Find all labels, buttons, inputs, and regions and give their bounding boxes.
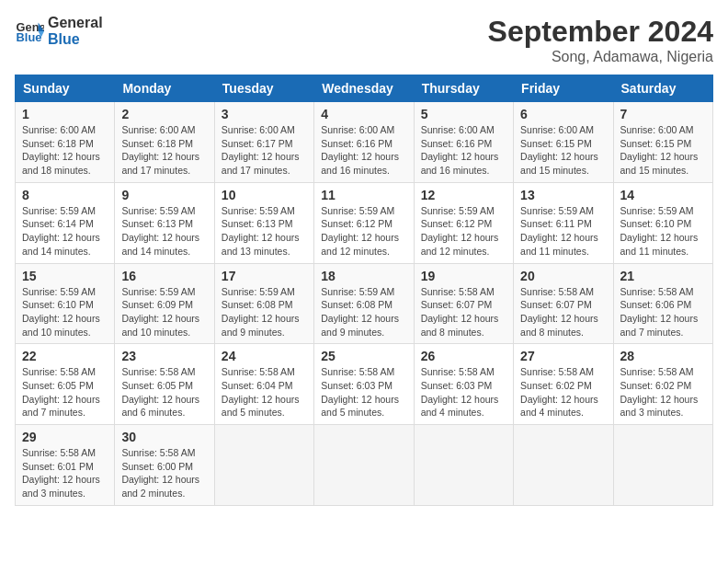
day-number: 14	[620, 188, 706, 202]
day-number: 10	[222, 188, 307, 202]
calendar-week-row: 8 Sunrise: 5:59 AM Sunset: 6:14 PM Dayli…	[16, 182, 713, 263]
day-info: Sunrise: 5:59 AM Sunset: 6:13 PM Dayligh…	[222, 204, 307, 259]
day-number: 24	[222, 349, 307, 363]
day-number: 18	[321, 269, 406, 283]
logo-general: General	[48, 15, 103, 31]
day-info: Sunrise: 5:59 AM Sunset: 6:12 PM Dayligh…	[421, 204, 506, 259]
day-info: Sunrise: 5:58 AM Sunset: 6:00 PM Dayligh…	[121, 446, 207, 500]
calendar-cell: 30 Sunrise: 5:58 AM Sunset: 6:00 PM Dayl…	[115, 425, 214, 506]
calendar-cell: 16 Sunrise: 5:59 AM Sunset: 6:09 PM Dayl…	[115, 263, 214, 344]
calendar-table: SundayMondayTuesdayWednesdayThursdayFrid…	[15, 75, 713, 506]
day-number: 23	[121, 349, 207, 363]
calendar-cell: 12 Sunrise: 5:59 AM Sunset: 6:12 PM Dayl…	[414, 182, 513, 263]
day-info: Sunrise: 6:00 AM Sunset: 6:16 PM Dayligh…	[321, 123, 406, 178]
day-info: Sunrise: 5:58 AM Sunset: 6:05 PM Dayligh…	[121, 365, 207, 419]
calendar-cell: 15 Sunrise: 5:59 AM Sunset: 6:10 PM Dayl…	[16, 263, 115, 344]
day-number: 12	[421, 188, 506, 202]
day-info: Sunrise: 5:59 AM Sunset: 6:08 PM Dayligh…	[222, 285, 307, 339]
calendar-cell	[314, 425, 414, 506]
day-number: 3	[222, 107, 307, 121]
day-number: 29	[22, 430, 108, 444]
day-number: 20	[520, 269, 606, 283]
day-number: 5	[421, 107, 506, 121]
calendar-cell: 21 Sunrise: 5:58 AM Sunset: 6:06 PM Dayl…	[613, 263, 712, 344]
day-info: Sunrise: 5:59 AM Sunset: 6:12 PM Dayligh…	[321, 204, 406, 259]
day-number: 13	[520, 188, 606, 202]
day-number: 11	[321, 188, 406, 202]
svg-text:Blue: Blue	[17, 30, 42, 44]
day-info: Sunrise: 5:58 AM Sunset: 6:03 PM Dayligh…	[321, 365, 406, 419]
day-info: Sunrise: 6:00 AM Sunset: 6:18 PM Dayligh…	[22, 123, 108, 178]
calendar-subtitle: Song, Adamawa, Nigeria	[488, 49, 713, 65]
calendar-cell: 28 Sunrise: 5:58 AM Sunset: 6:02 PM Dayl…	[613, 344, 712, 425]
calendar-cell: 5 Sunrise: 6:00 AM Sunset: 6:16 PM Dayli…	[414, 102, 513, 183]
day-number: 28	[620, 349, 706, 363]
calendar-cell: 25 Sunrise: 5:58 AM Sunset: 6:03 PM Dayl…	[314, 344, 414, 425]
day-number: 16	[121, 269, 207, 283]
calendar-cell: 20 Sunrise: 5:58 AM Sunset: 6:07 PM Dayl…	[514, 263, 613, 344]
day-number: 8	[22, 188, 108, 202]
calendar-cell: 9 Sunrise: 5:59 AM Sunset: 6:13 PM Dayli…	[115, 182, 214, 263]
calendar-cell: 6 Sunrise: 6:00 AM Sunset: 6:15 PM Dayli…	[514, 102, 613, 183]
calendar-cell: 18 Sunrise: 5:59 AM Sunset: 6:08 PM Dayl…	[314, 263, 414, 344]
day-number: 2	[121, 107, 207, 121]
calendar-week-row: 15 Sunrise: 5:59 AM Sunset: 6:10 PM Dayl…	[16, 263, 713, 344]
day-info: Sunrise: 5:58 AM Sunset: 6:02 PM Dayligh…	[520, 365, 606, 419]
day-info: Sunrise: 5:58 AM Sunset: 6:01 PM Dayligh…	[22, 446, 108, 500]
day-info: Sunrise: 6:00 AM Sunset: 6:15 PM Dayligh…	[520, 123, 606, 178]
col-header-friday: Friday	[514, 75, 613, 102]
title-area: September 2024 Song, Adamawa, Nigeria	[488, 15, 713, 65]
day-info: Sunrise: 5:59 AM Sunset: 6:11 PM Dayligh…	[520, 204, 606, 259]
day-number: 25	[321, 349, 406, 363]
day-number: 27	[520, 349, 606, 363]
day-info: Sunrise: 5:59 AM Sunset: 6:09 PM Dayligh…	[121, 285, 207, 339]
day-info: Sunrise: 5:58 AM Sunset: 6:05 PM Dayligh…	[22, 365, 108, 419]
page-header: General Blue General Blue September 2024…	[15, 15, 713, 65]
col-header-sunday: Sunday	[16, 75, 115, 102]
day-info: Sunrise: 6:00 AM Sunset: 6:18 PM Dayligh…	[121, 123, 207, 178]
day-number: 1	[22, 107, 108, 121]
calendar-cell: 27 Sunrise: 5:58 AM Sunset: 6:02 PM Dayl…	[514, 344, 613, 425]
calendar-cell: 24 Sunrise: 5:58 AM Sunset: 6:04 PM Dayl…	[214, 344, 313, 425]
day-number: 22	[22, 349, 108, 363]
calendar-cell: 23 Sunrise: 5:58 AM Sunset: 6:05 PM Dayl…	[115, 344, 214, 425]
calendar-cell: 29 Sunrise: 5:58 AM Sunset: 6:01 PM Dayl…	[16, 425, 115, 506]
calendar-week-row: 29 Sunrise: 5:58 AM Sunset: 6:01 PM Dayl…	[16, 425, 713, 506]
calendar-cell: 22 Sunrise: 5:58 AM Sunset: 6:05 PM Dayl…	[16, 344, 115, 425]
col-header-monday: Monday	[115, 75, 214, 102]
logo: General Blue General Blue	[15, 15, 103, 48]
calendar-cell	[514, 425, 613, 506]
calendar-header-row: SundayMondayTuesdayWednesdayThursdayFrid…	[16, 75, 713, 102]
calendar-cell: 14 Sunrise: 5:59 AM Sunset: 6:10 PM Dayl…	[613, 182, 712, 263]
calendar-cell: 3 Sunrise: 6:00 AM Sunset: 6:17 PM Dayli…	[214, 102, 313, 183]
day-info: Sunrise: 5:58 AM Sunset: 6:04 PM Dayligh…	[222, 365, 307, 419]
day-number: 4	[321, 107, 406, 121]
calendar-cell	[214, 425, 313, 506]
day-info: Sunrise: 5:59 AM Sunset: 6:08 PM Dayligh…	[321, 285, 406, 339]
calendar-cell: 26 Sunrise: 5:58 AM Sunset: 6:03 PM Dayl…	[414, 344, 513, 425]
calendar-cell: 17 Sunrise: 5:59 AM Sunset: 6:08 PM Dayl…	[214, 263, 313, 344]
day-number: 21	[620, 269, 706, 283]
logo-icon: General Blue	[15, 17, 44, 46]
calendar-cell: 4 Sunrise: 6:00 AM Sunset: 6:16 PM Dayli…	[314, 102, 414, 183]
day-info: Sunrise: 5:59 AM Sunset: 6:14 PM Dayligh…	[22, 204, 108, 259]
day-info: Sunrise: 5:59 AM Sunset: 6:13 PM Dayligh…	[121, 204, 207, 259]
col-header-thursday: Thursday	[414, 75, 513, 102]
day-number: 9	[121, 188, 207, 202]
calendar-cell: 10 Sunrise: 5:59 AM Sunset: 6:13 PM Dayl…	[214, 182, 313, 263]
day-info: Sunrise: 6:00 AM Sunset: 6:16 PM Dayligh…	[421, 123, 506, 178]
calendar-cell: 8 Sunrise: 5:59 AM Sunset: 6:14 PM Dayli…	[16, 182, 115, 263]
col-header-saturday: Saturday	[613, 75, 712, 102]
calendar-week-row: 22 Sunrise: 5:58 AM Sunset: 6:05 PM Dayl…	[16, 344, 713, 425]
calendar-cell: 2 Sunrise: 6:00 AM Sunset: 6:18 PM Dayli…	[115, 102, 214, 183]
day-number: 15	[22, 269, 108, 283]
day-info: Sunrise: 5:59 AM Sunset: 6:10 PM Dayligh…	[22, 285, 108, 339]
calendar-cell	[414, 425, 513, 506]
day-info: Sunrise: 6:00 AM Sunset: 6:17 PM Dayligh…	[222, 123, 307, 178]
day-info: Sunrise: 5:59 AM Sunset: 6:10 PM Dayligh…	[620, 204, 706, 259]
day-number: 17	[222, 269, 307, 283]
day-number: 7	[620, 107, 706, 121]
calendar-cell: 19 Sunrise: 5:58 AM Sunset: 6:07 PM Dayl…	[414, 263, 513, 344]
day-number: 6	[520, 107, 606, 121]
day-info: Sunrise: 5:58 AM Sunset: 6:02 PM Dayligh…	[620, 365, 706, 419]
